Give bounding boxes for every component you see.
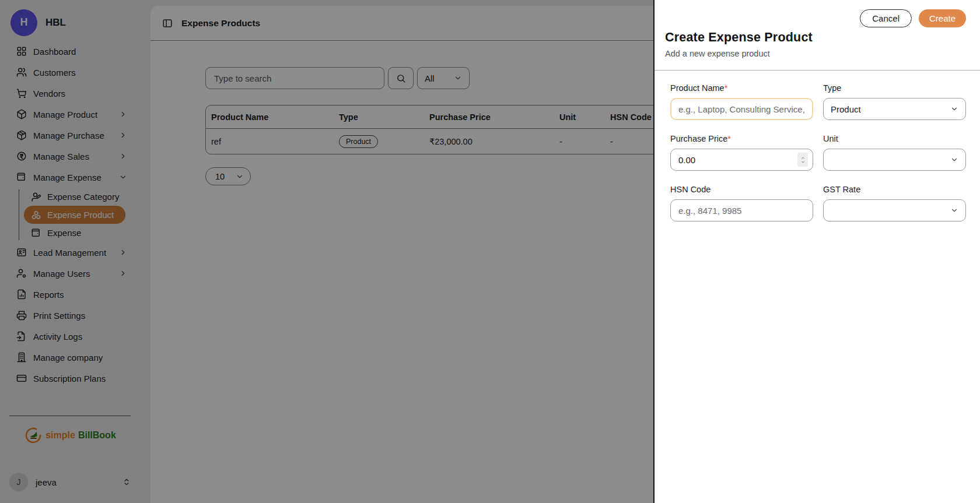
required-asterisk: * xyxy=(724,83,728,93)
field-type: Type Product xyxy=(823,83,966,120)
field-purchase-price: Purchase Price* xyxy=(670,134,813,171)
unit-select[interactable] xyxy=(823,149,966,171)
purchase-price-label: Purchase Price* xyxy=(670,134,813,143)
create-expense-product-drawer: Cancel Create Create Expense Product Add… xyxy=(653,0,980,503)
number-stepper[interactable] xyxy=(797,153,808,167)
hsn-code-input[interactable] xyxy=(670,199,813,221)
field-product-name: Product Name* xyxy=(670,83,813,120)
field-unit: Unit xyxy=(823,134,966,171)
gst-rate-label: GST Rate xyxy=(823,185,966,194)
chevron-down-icon xyxy=(800,160,806,164)
purchase-price-input[interactable] xyxy=(670,149,813,171)
type-select-value: Product xyxy=(831,104,861,114)
type-label: Type xyxy=(823,83,966,93)
product-name-label: Product Name* xyxy=(670,83,813,93)
chevron-down-icon xyxy=(950,206,958,214)
chevron-up-icon xyxy=(800,156,806,160)
chevron-down-icon xyxy=(950,156,958,164)
unit-label: Unit xyxy=(823,134,966,143)
chevron-down-icon xyxy=(950,105,958,113)
cancel-button[interactable]: Cancel xyxy=(860,9,912,27)
field-hsn-code: HSN Code xyxy=(670,185,813,221)
drawer-actions: Cancel Create xyxy=(860,9,966,27)
gst-rate-select[interactable] xyxy=(823,199,966,221)
hsn-code-label: HSN Code xyxy=(670,185,813,194)
product-name-input[interactable] xyxy=(670,98,813,120)
required-asterisk: * xyxy=(727,134,731,143)
type-select[interactable]: Product xyxy=(823,98,966,120)
drawer-subtitle: Add a new expense product xyxy=(665,49,966,58)
create-button[interactable]: Create xyxy=(919,9,966,27)
drawer-title: Create Expense Product xyxy=(665,30,966,45)
drawer-form: Product Name* Type Product Purchase Pric… xyxy=(654,71,980,221)
field-gst-rate: GST Rate xyxy=(823,185,966,221)
